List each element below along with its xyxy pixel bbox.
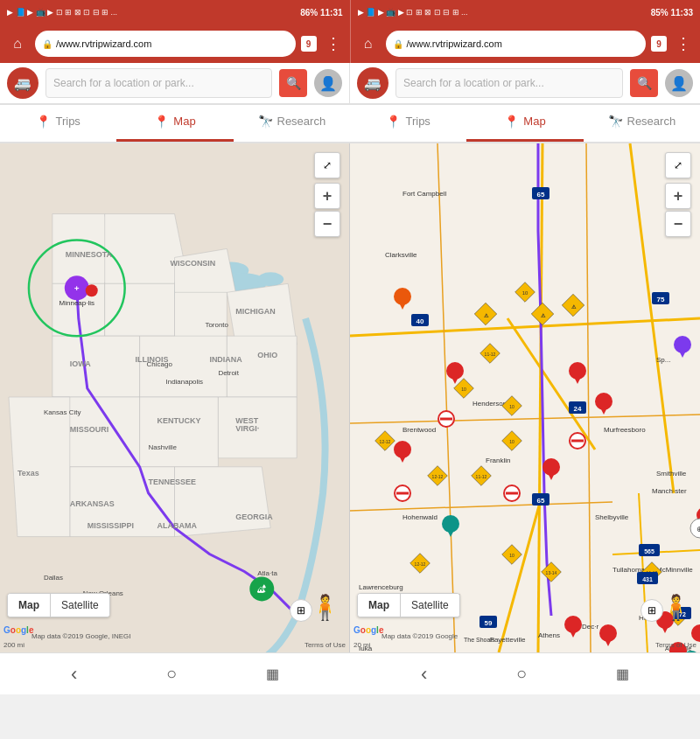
search-button-right[interactable]: 🔍 [630,69,658,97]
person-icon-left[interactable]: 🧍 [310,593,340,622]
map-scale-left: 200 mi [4,641,24,649]
tab-trips-right[interactable]: 📍 Trips [350,105,466,142]
map-svg-left: + 🏕 Minneap∙lis MINNESOTA WISCONSIN MICH… [0,143,349,652]
map-panel-right[interactable]: Fort Campbell Clarksville Hendersonville… [350,143,700,652]
tab-badge-right[interactable]: 9 [651,36,667,52]
home-button-nav-right[interactable]: ○ [506,660,537,687]
tab-bar-left: 📍 Trips 📍 Map 🔭 Research [0,105,350,143]
svg-text:Dallas: Dallas [44,574,63,582]
trips-icon-left: 📍 [36,115,51,129]
map-toggle-satellite-left[interactable]: Satellite [51,594,109,617]
map-background-right: Fort Campbell Clarksville Hendersonville… [350,143,700,652]
tab-bar: 📍 Trips 📍 Map 🔭 Research 📍 Trips 📍 Map 🔭… [0,105,700,143]
svg-text:TENNESSEE: TENNESSEE [149,478,196,486]
svg-text:Brentwood: Brentwood [402,426,436,434]
svg-text:65: 65 [537,191,545,199]
map-toggle-map-right[interactable]: Map [358,594,400,617]
map-panel-left[interactable]: + 🏕 Minneap∙lis MINNESOTA WISCONSIN MICH… [0,143,350,652]
expand-button-left[interactable]: ⤢ [314,152,340,178]
svg-text:10: 10 [461,387,466,392]
tab-trips-label-right: Trips [405,115,430,128]
search-box-right[interactable]: Search for a location or park... [396,68,623,98]
search-box-left[interactable]: Search for a location or park... [46,68,272,98]
svg-text:Minneap∙lis: Minneap∙lis [60,299,94,307]
map-controls-right: + − [665,183,691,237]
svg-text:WISCONSIN: WISCONSIN [171,259,216,268]
battery-time-right: 85% 11:33 [651,8,693,17]
browser-bar: ⌂ 🔒 /www.rvtripwizard.com 9 ⋮ ⌂ 🔒 /www.r… [0,24,700,63]
recent-button-left[interactable]: ▦ [256,662,290,686]
tab-map-label-left: Map [173,115,195,128]
svg-text:Kansas City: Kansas City [44,408,81,416]
app-icons-right: ▶ 📘 ▶ 📺 ▶ ⊡ ⊞ ⊠ ⊡ ⊟ ⊞ ... [358,8,468,17]
svg-text:24: 24 [574,405,582,413]
svg-text:Clarksville: Clarksville [385,251,417,259]
expand-button-right[interactable]: ⤢ [665,152,691,178]
back-button-left[interactable]: ‹ [60,659,88,689]
svg-text:MICHIGAN: MICHIGAN [235,307,275,316]
svg-text:10: 10 [522,290,528,296]
zoom-in-left[interactable]: + [314,183,340,209]
recent-button-right[interactable]: ▦ [606,662,640,686]
search-button-left[interactable]: 🔍 [279,69,307,97]
svg-text:Chicago: Chicago [147,360,173,368]
svg-text:431: 431 [642,576,653,582]
svg-text:Dec∙r: Dec∙r [582,623,598,631]
zoom-in-right[interactable]: + [665,183,691,209]
svg-text:Fayetteville: Fayetteville [490,636,526,644]
person-icon-right[interactable]: 🧍 [661,593,691,622]
svg-text:INDIANA: INDIANA [209,355,242,364]
lock-icon-left: 🔒 [42,39,52,49]
tab-trips-left[interactable]: 📍 Trips [0,105,116,142]
home-button-right[interactable]: ⌂ [356,31,381,56]
menu-dots-left[interactable]: ⋮ [322,31,345,57]
status-icons-right: ▶ 📘 ▶ 📺 ▶ ⊡ ⊞ ⊠ ⊡ ⊟ ⊞ ... [358,8,468,17]
svg-text:MISSOURI: MISSOURI [70,425,108,434]
tab-map-right[interactable]: 📍 Map [466,105,583,142]
app-logo-right: 🚐 [357,67,388,99]
svg-text:Manch∙ster: Manch∙ster [652,487,687,495]
map-toggle-map-left[interactable]: Map [8,594,50,617]
zoom-out-right[interactable]: − [665,211,691,237]
tab-research-left[interactable]: 🔭 Research [234,105,350,142]
bottom-nav-left: ‹ ○ ▦ [0,653,350,694]
svg-text:12-12: 12-12 [380,439,391,444]
home-button-nav-left[interactable]: ○ [156,660,187,687]
svg-text:13-14: 13-14 [546,570,557,575]
user-avatar-right[interactable]: 👤 [665,69,693,97]
user-avatar-left[interactable]: 👤 [314,69,342,97]
svg-text:10: 10 [509,439,514,444]
back-button-right[interactable]: ‹ [410,659,438,689]
svg-text:Athens: Athens [538,631,560,639]
map-toggle-satellite-right[interactable]: Satellite [401,594,459,617]
url-bar-right[interactable]: 🔒 /www.rvtripwizard.com [386,31,647,57]
search-placeholder-right: Search for a location or park... [403,77,544,89]
menu-dots-right[interactable]: ⋮ [672,31,695,57]
tab-map-label-right: Map [523,115,545,128]
home-button-left[interactable]: ⌂ [5,31,30,56]
svg-text:Murfreesboro: Murfreesboro [604,426,646,434]
status-icons-left: ▶ 📘 ▶ 📺 ▶ ⊡ ⊞ ⊠ ⊡ ⊟ ⊞ ... [7,8,117,17]
svg-text:12-12: 12-12 [415,561,426,567]
tab-badge-left[interactable]: 9 [301,36,317,52]
app-icons-left: ▶ 📘 ▶ 📺 ▶ ⊡ ⊞ ⊠ ⊡ ⊟ ⊞ ... [7,8,117,17]
google-logo-left: Google [4,625,33,635]
url-bar-left[interactable]: 🔒 /www.rvtripwizard.com [35,31,296,57]
tab-research-right[interactable]: 🔭 Research [584,105,700,142]
app-logo-left: 🚐 [7,67,38,99]
svg-text:Hohenwald: Hohenwald [402,513,438,521]
zoom-out-left[interactable]: − [314,211,340,237]
tab-map-left[interactable]: 📍 Map [116,105,233,142]
svg-text:⊕: ⊕ [696,525,700,533]
svg-text:Smithville: Smithville [656,470,687,478]
tab-bar-right: 📍 Trips 📍 Map 🔭 Research [350,105,700,143]
map-background-left: + 🏕 Minneap∙lis MINNESOTA WISCONSIN MICH… [0,143,349,652]
svg-text:The Shoals: The Shoals [464,637,495,643]
map-satellite-toggle-left[interactable]: Map Satellite [7,593,110,617]
svg-point-5 [257,272,284,286]
browser-right: ⌂ 🔒 /www.rvtripwizard.com 9 ⋮ [351,24,701,63]
map-satellite-toggle-right[interactable]: Map Satellite [357,593,460,617]
svg-text:Franklin: Franklin [486,457,510,464]
svg-text:Fort Campbell: Fort Campbell [402,190,446,198]
app-header-right: 🚐 Search for a location or park... 🔍 👤 [350,63,700,103]
